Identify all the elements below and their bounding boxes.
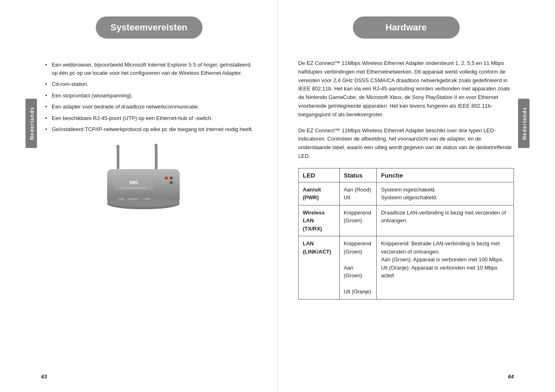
right-header-wrap: Hardware — [298, 16, 514, 51]
led-cell-3: LAN(LINK/ACT) — [299, 236, 340, 300]
list-item-text: Geïnstalleerd TCP/IP-netwerkprotocol op … — [52, 126, 253, 132]
col-led: LED — [299, 168, 340, 182]
right-tab-label: Nederlands — [522, 107, 527, 140]
list-item: Geïnstalleerd TCP/IP-netwerkprotocol op … — [45, 124, 257, 135]
table-row: Aan/uit(PWR) Aan (Rood)Uit Systeem inges… — [299, 182, 514, 205]
table-header-row: LED Status Functie — [299, 168, 514, 182]
svg-text:SMC: SMC — [129, 180, 138, 185]
list-item: Een adapter voor bedrade of draadloze ne… — [45, 101, 257, 113]
right-header-text: Hardware — [385, 22, 426, 32]
device-illustration: SMC EZ Connect 11Mbps Wireless — [96, 143, 203, 226]
functie-cell-1: Systeem ingeschakeld.Systeem uitgeschake… — [377, 182, 514, 205]
hardware-para1-text: De EZ Connect™ 11Mbps Wireless Ethernet … — [298, 60, 510, 118]
functie-cell-2: Draadloze LAN-verbinding is bezig met ve… — [377, 205, 514, 236]
page-container: Nederlands Systeemvereisten Een webbrows… — [0, 0, 555, 392]
left-tab-label: Nederlands — [29, 107, 35, 140]
page-num-right: 64 — [508, 374, 514, 380]
led-table: LED Status Functie Aan/uit(PWR) Aan (Roo… — [298, 168, 514, 300]
list-item-text: Een beschikbare RJ-45-poort (UTP) op een… — [52, 115, 213, 121]
col-functie: Functie — [377, 168, 514, 182]
page-number-63: 63 — [41, 374, 47, 380]
left-header-text: Systeemvereisten — [111, 22, 187, 32]
requirements-list: Een webbrowser, bijvoorbeeld Microsoft I… — [41, 59, 257, 135]
left-header-wrap: Systeemvereisten — [41, 16, 257, 51]
page-number-64: 64 — [508, 374, 514, 380]
col-status: Status — [339, 168, 377, 182]
left-page: Nederlands Systeemvereisten Een webbrows… — [0, 0, 278, 392]
hardware-para2: De EZ Connect™ 11Mbps Wireless Ethernet … — [298, 127, 514, 161]
svg-point-9 — [165, 176, 168, 179]
svg-text:EZ Connect 11Mbps Wireless: EZ Connect 11Mbps Wireless — [121, 187, 147, 189]
hardware-para2-text: De EZ Connect™ 11Mbps Wireless Ethernet … — [298, 127, 511, 159]
list-item: Een stopcontact (wisselspanning). — [45, 90, 257, 101]
svg-point-3 — [154, 143, 157, 146]
functie-cell-3: Knipperend: Bedrade LAN-verbinding is be… — [377, 236, 514, 300]
hardware-para1: De EZ Connect™ 11Mbps Wireless Ethernet … — [298, 59, 514, 119]
svg-point-11 — [170, 181, 173, 184]
svg-text:PWR: PWR — [118, 198, 124, 200]
status-cell-2: Knipperend(Groen) — [339, 205, 377, 236]
svg-text:LINK/ACT: LINK/ACT — [128, 198, 138, 200]
list-item: Een webbrowser, bijvoorbeeld Microsoft I… — [45, 59, 257, 78]
status-cell-1: Aan (Rood)Uit — [339, 182, 377, 205]
table-row: Wireless LAN(TX/RX) Knipperend(Groen) Dr… — [299, 205, 514, 236]
status-cell-3: Knipperend(Groen)Aan (Groen)Uit (Oranje) — [339, 236, 377, 300]
right-section-header: Hardware — [353, 16, 460, 39]
led-cell-1: Aan/uit(PWR) — [299, 182, 340, 205]
list-item: Een beschikbare RJ-45-poort (UTP) op een… — [45, 113, 257, 124]
svg-rect-2 — [154, 145, 157, 170]
right-page: Nederlands Hardware De EZ Connect™ 11Mbp… — [278, 0, 555, 392]
list-item-text: Een webbrowser, bijvoorbeeld Microsoft I… — [52, 62, 250, 76]
svg-text:TX/RX: TX/RX — [143, 198, 150, 200]
left-section-header: Systeemvereisten — [96, 16, 203, 39]
left-tab: Nederlands — [25, 99, 37, 148]
svg-point-1 — [116, 145, 119, 148]
list-item: Cd-rom-station. — [45, 78, 257, 90]
led-cell-2: Wireless LAN(TX/RX) — [299, 205, 340, 236]
page-num-left: 63 — [41, 374, 47, 380]
table-row: LAN(LINK/ACT) Knipperend(Groen)Aan (Groe… — [299, 236, 514, 300]
svg-point-10 — [170, 176, 173, 179]
list-item-text: Cd-rom-station. — [52, 81, 89, 87]
list-item-text: Een adapter voor bedrade of draadloze ne… — [52, 104, 199, 110]
list-item-text: Een stopcontact (wisselspanning). — [52, 92, 133, 99]
right-tab: Nederlands — [518, 99, 530, 148]
svg-rect-0 — [117, 146, 120, 169]
device-image-area: SMC EZ Connect 11Mbps Wireless — [41, 143, 257, 226]
